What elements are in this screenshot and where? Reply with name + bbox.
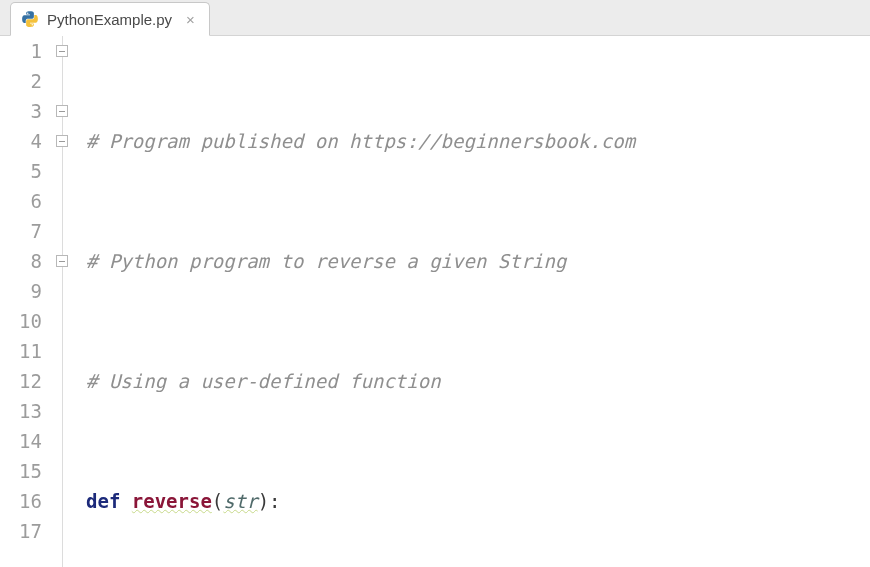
close-icon[interactable]: × [186, 12, 195, 27]
line-number: 9 [0, 276, 42, 306]
code-line: # Using a user-defined function [86, 366, 870, 396]
comment: # Python program to reverse a given Stri… [86, 250, 566, 272]
comment: # Program published on https://beginners… [86, 130, 635, 152]
fold-toggle-icon[interactable] [56, 255, 68, 267]
line-number: 3 [0, 96, 42, 126]
code-editor[interactable]: 1 2 3 4 5 6 7 8 9 10 11 12 13 14 15 16 1… [0, 36, 870, 567]
file-tab-label: PythonExample.py [47, 11, 172, 28]
editor-tab-bar: PythonExample.py × [0, 0, 870, 36]
punct: ( [212, 490, 223, 512]
line-number: 6 [0, 186, 42, 216]
parameter: str [223, 490, 257, 512]
punct: ): [258, 490, 281, 512]
line-number: 5 [0, 156, 42, 186]
python-file-icon [21, 10, 39, 28]
fold-column [52, 36, 80, 567]
line-number-gutter: 1 2 3 4 5 6 7 8 9 10 11 12 13 14 15 16 1… [0, 36, 52, 567]
line-number: 17 [0, 516, 42, 546]
line-number: 16 [0, 486, 42, 516]
file-tab[interactable]: PythonExample.py × [10, 2, 210, 36]
line-number: 1 [0, 36, 42, 66]
line-number: 8 [0, 246, 42, 276]
line-number: 10 [0, 306, 42, 336]
line-number: 7 [0, 216, 42, 246]
comment: # Using a user-defined function [86, 370, 441, 392]
code-line: def reverse(str): [86, 486, 870, 516]
fold-toggle-icon[interactable] [56, 45, 68, 57]
code-area[interactable]: # Program published on https://beginners… [80, 36, 870, 567]
line-number: 4 [0, 126, 42, 156]
keyword-def: def [86, 490, 120, 512]
code-line: # Program published on https://beginners… [86, 126, 870, 156]
line-number: 2 [0, 66, 42, 96]
line-number: 12 [0, 366, 42, 396]
line-number: 11 [0, 336, 42, 366]
function-name: reverse [132, 490, 212, 512]
fold-toggle-icon[interactable] [56, 135, 68, 147]
code-line: # Python program to reverse a given Stri… [86, 246, 870, 276]
fold-toggle-icon[interactable] [56, 105, 68, 117]
line-number: 13 [0, 396, 42, 426]
line-number: 15 [0, 456, 42, 486]
line-number: 14 [0, 426, 42, 456]
